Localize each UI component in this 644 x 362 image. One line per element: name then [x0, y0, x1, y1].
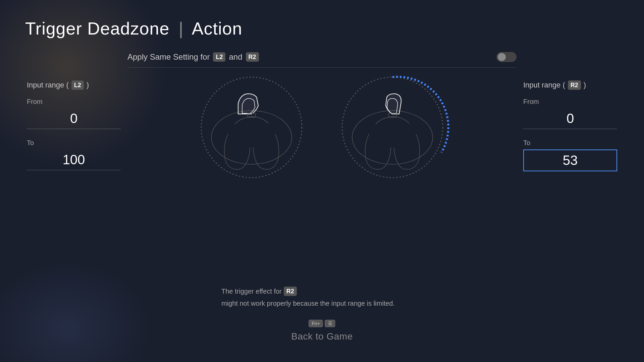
svg-point-1: [211, 111, 292, 164]
apply-same-row: Apply Same Setting for L2 and R2: [127, 52, 517, 68]
apply-same-toggle[interactable]: [496, 52, 517, 62]
l2-title-badge: L2: [71, 80, 84, 90]
r2-trigger-diagram: [332, 74, 453, 181]
l2-from-label: From: [27, 98, 121, 106]
warning-text-after: might not work properly because the inpu…: [221, 298, 395, 308]
l2-title-text-before: Input range (: [27, 81, 69, 89]
right-panel-r2: Input range ( R2 ) From 0 To 53: [523, 80, 617, 171]
shortcut-hint: Fn+ ☰: [309, 320, 335, 327]
back-to-game-button[interactable]: Back to Game: [291, 331, 353, 342]
warning-r2-badge: R2: [284, 287, 297, 296]
r2-title-text-before: Input range (: [523, 81, 565, 89]
l2-trigger-svg: [191, 74, 312, 181]
shortcut-fn: Fn+: [309, 320, 323, 327]
warning-text: The trigger effect for R2 might not work…: [221, 286, 423, 308]
r2-to-label: To: [523, 139, 617, 147]
r2-range-title: Input range ( R2 ): [523, 80, 617, 90]
warning-area: The trigger effect for R2 might not work…: [221, 286, 423, 308]
l2-trigger-diagram: [191, 74, 312, 181]
l2-badge: L2: [213, 52, 225, 62]
warning-text-before: The trigger effect for: [221, 286, 282, 296]
l2-title-text-after: ): [87, 81, 89, 89]
svg-point-0: [201, 77, 302, 178]
svg-point-3: [342, 77, 443, 178]
apply-same-label-before: Apply Same Setting for: [127, 52, 210, 62]
triggers-area: [191, 74, 453, 181]
r2-title-text-after: ): [584, 81, 586, 89]
page-title: Trigger Deadzone | Action: [25, 18, 242, 39]
apply-same-text: Apply Same Setting for L2 and R2: [127, 52, 259, 62]
shortcut-menu: ☰: [325, 320, 335, 327]
svg-point-4: [352, 111, 433, 164]
left-panel-l2: Input range ( L2 ) From 0 To 100: [27, 80, 121, 180]
page-title-separator: |: [179, 19, 184, 38]
l2-range-title: Input range ( L2 ): [27, 80, 121, 90]
back-btn-area: Fn+ ☰ Back to Game: [291, 320, 353, 342]
r2-to-value[interactable]: 53: [523, 149, 617, 171]
l2-from-value[interactable]: 0: [27, 108, 121, 129]
r2-title-badge: R2: [568, 80, 581, 90]
apply-same-label-and: and: [229, 52, 242, 62]
page-title-prefix: Trigger Deadzone: [25, 19, 169, 38]
page-title-suffix: Action: [192, 19, 243, 38]
r2-from-value[interactable]: 0: [523, 108, 617, 129]
l2-to-value[interactable]: 100: [27, 149, 121, 170]
r2-trigger-svg: [332, 74, 453, 181]
r2-badge: R2: [246, 52, 259, 62]
l2-to-label: To: [27, 139, 121, 147]
r2-from-label: From: [523, 98, 617, 106]
main-content: Input range ( L2 ) From 0 To 100: [0, 74, 644, 362]
